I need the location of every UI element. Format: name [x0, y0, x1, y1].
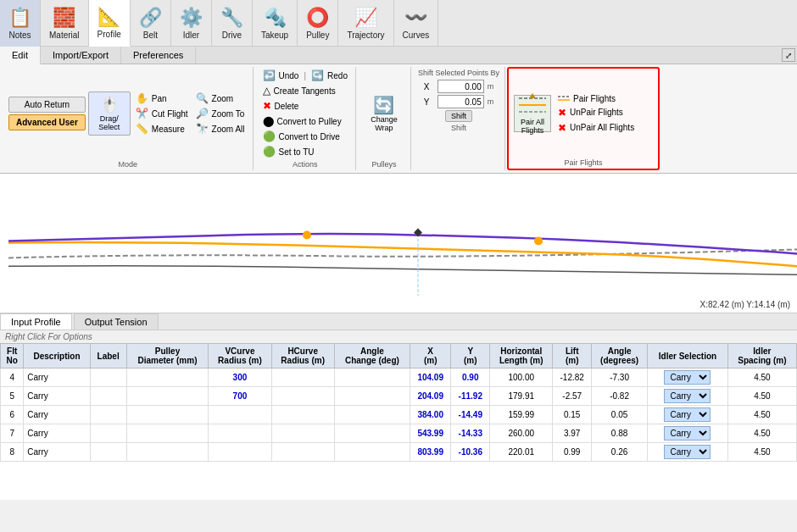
tab-output-tension[interactable]: Output Tension [74, 313, 159, 330]
canvas-area[interactable]: X:82.42 (m) Y:14.14 (m) [0, 174, 797, 313]
cell-idler-sel[interactable]: Carry [648, 443, 728, 462]
idler-select-dropdown[interactable]: Carry [664, 407, 711, 422]
col-hcurve-radius: HCurveRadius (m) [271, 344, 334, 369]
nav-trajectory[interactable]: 📈 Trajectory [338, 0, 393, 47]
pulley-icon: ⭕ [306, 7, 329, 29]
cell-idler-sel[interactable]: Carry [648, 424, 728, 443]
nav-profile[interactable]: 📐 Profile [89, 0, 131, 47]
pair-flights-button[interactable]: Pair Flights [556, 93, 636, 104]
create-tangents-button[interactable]: △ Create Tangents [260, 84, 350, 97]
notes-icon: 📋 [8, 7, 31, 29]
nav-material[interactable]: 🧱 Material [41, 0, 89, 47]
pair-all-flights-button[interactable]: Pair All Flights [514, 95, 551, 132]
scissors-icon: ✂️ [136, 108, 148, 119]
convert-to-pulley-button[interactable]: ⬤ Convert to Pulley [260, 114, 350, 128]
cell-idler-sp: 4.50 [727, 424, 796, 443]
pan-icon: ✋ [136, 92, 148, 104]
cell-angle-change [334, 369, 410, 387]
trajectory-icon: 📈 [354, 7, 377, 29]
table-row: 8 Carry 803.99 -10.36 220.01 0.99 0.26 C… [1, 443, 797, 462]
ribbon-tabs: Edit Import/Export Preferences ⤢ [0, 47, 797, 64]
cut-flight-button[interactable]: ✂️ Cut Flight [133, 107, 191, 120]
cell-x: 104.09 [410, 369, 450, 387]
table-row: 6 Carry 384.00 -14.49 159.99 0.15 0.05 C… [1, 406, 797, 424]
material-icon: 🧱 [53, 7, 75, 29]
cell-lift: 0.99 [553, 443, 592, 462]
shift-button[interactable]: Shift [445, 110, 472, 122]
undo-button[interactable]: ↩️ Undo | ↪️ Redo [260, 69, 350, 82]
col-label: Label [90, 344, 126, 369]
pan-button[interactable]: ✋ Pan [133, 91, 191, 105]
tab-input-profile[interactable]: Input Profile [0, 313, 72, 330]
auto-return-button[interactable]: Auto Return [8, 97, 86, 113]
trajectory-svg [0, 174, 797, 313]
cell-x: 384.00 [410, 406, 450, 424]
cell-lift: 3.97 [553, 424, 592, 443]
pair-flights-label: Pair Flights [514, 158, 653, 167]
cell-horiz: 159.99 [490, 406, 553, 424]
zoom-to-button[interactable]: 🔎 Zoom To [193, 107, 248, 120]
cell-label [90, 406, 126, 424]
delete-button[interactable]: ✖ Delete [260, 99, 350, 113]
zoom-all-button[interactable]: 🔭 Zoom All [193, 122, 248, 136]
advanced-user-button[interactable]: Advanced User [8, 114, 86, 130]
unpair-all-flights-button[interactable]: ✖ UnPair All Flights [556, 121, 636, 135]
tab-import-export[interactable]: Import/Export [41, 47, 121, 64]
idler-select-dropdown[interactable]: Carry [664, 370, 711, 385]
takeup-icon: 🔩 [264, 7, 287, 29]
data-table-area[interactable]: FltNo Description Label PulleyDiameter (… [0, 343, 797, 500]
shift-x-input[interactable] [438, 80, 484, 93]
cell-idler-sel[interactable]: Carry [648, 369, 728, 387]
col-idler-spacing: IdlerSpacing (m) [727, 344, 796, 369]
profile-icon: 📐 [98, 6, 120, 28]
nav-curves[interactable]: 〰️ Curves [394, 0, 439, 47]
cell-idler-sp: 4.50 [727, 443, 796, 462]
cell-idler-sel[interactable]: Carry [648, 406, 728, 424]
cell-y: 0.90 [451, 369, 490, 387]
drag-select-button[interactable]: 🖱️ Drag/ Select [88, 91, 131, 136]
tab-edit[interactable]: Edit [0, 47, 41, 64]
idler-select-dropdown[interactable]: Carry [664, 426, 711, 441]
cell-vcurve: 300 [209, 369, 271, 387]
change-wrap-button[interactable]: 🔄 Change Wrap [363, 91, 405, 136]
cell-vcurve: 700 [209, 387, 271, 406]
drive-icon: 🔧 [220, 7, 243, 29]
bottom-section: Input Profile Output Tension Right Click… [0, 313, 797, 500]
cell-angle-deg: -0.82 [592, 387, 648, 406]
tab-preferences[interactable]: Preferences [121, 47, 196, 64]
cell-label [90, 443, 126, 462]
nav-belt[interactable]: 🔗 Belt [131, 0, 171, 47]
mode-label: Mode [119, 160, 138, 169]
nav-pulley[interactable]: ⭕ Pulley [298, 0, 338, 47]
cell-angle-deg: 0.26 [592, 443, 648, 462]
actions-group: ↩️ Undo | ↪️ Redo △ Create Tangents ✖ De… [255, 67, 356, 170]
cell-hcurve [271, 369, 334, 387]
idler-select-dropdown[interactable]: Carry [664, 445, 711, 459]
nav-idler[interactable]: ⚙️ Idler [171, 0, 212, 47]
pulleys-label: Pulleys [371, 160, 396, 169]
shift-label: Shift [451, 124, 466, 132]
pair-flights-buttons: Pair Flights ✖ UnPair Flights ✖ UnPair A… [556, 93, 636, 135]
data-table: FltNo Description Label PulleyDiameter (… [0, 343, 797, 462]
nav-drive[interactable]: 🔧 Drive [212, 0, 253, 47]
cell-label [90, 387, 126, 406]
cell-angle-change [334, 406, 410, 424]
zoom-button[interactable]: 🔍 Zoom [193, 91, 248, 105]
cell-angle-change [334, 424, 410, 443]
shift-y-input[interactable] [438, 95, 484, 108]
col-vcurve-radius: VCurveRadius (m) [209, 344, 271, 369]
zoom-all-icon: 🔭 [196, 123, 209, 135]
nav-notes[interactable]: 📋 Notes [0, 0, 41, 47]
cell-idler-sp: 4.50 [727, 406, 796, 424]
expand-button[interactable]: ⤢ [782, 48, 795, 62]
set-to-tu-button[interactable]: 🟢 Set to TU [260, 145, 350, 158]
convert-to-drive-button[interactable]: 🟢 Convert to Drive [260, 130, 350, 143]
cell-horiz: 220.01 [490, 443, 553, 462]
convert-pulley-icon: ⬤ [263, 115, 274, 127]
unpair-flights-button[interactable]: ✖ UnPair Flights [556, 106, 636, 119]
nav-takeup[interactable]: 🔩 Takeup [253, 0, 298, 47]
cell-idler-sel[interactable]: Carry [648, 387, 728, 406]
idler-select-dropdown[interactable]: Carry [664, 389, 711, 403]
pair-flights-content: Pair All Flights Pair Flights ✖ UnPair F… [514, 70, 653, 157]
measure-button[interactable]: 📏 Measure [133, 122, 191, 136]
